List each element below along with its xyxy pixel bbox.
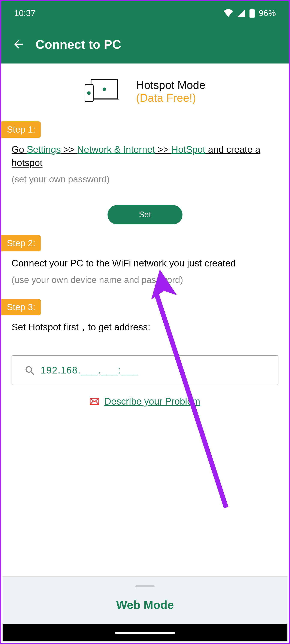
devices-icon <box>85 78 119 104</box>
describe-problem-link[interactable]: Describe your Problem <box>104 396 200 407</box>
step1-badge: Step 1: <box>1 122 41 138</box>
settings-link[interactable]: Settings <box>27 144 61 155</box>
sheet-handle-icon[interactable] <box>135 585 155 587</box>
svg-line-8 <box>31 371 34 374</box>
step3-text: Set Hotspot first，to get address: <box>11 320 279 334</box>
battery-icon <box>249 8 255 18</box>
back-icon[interactable] <box>12 38 25 51</box>
svg-rect-3 <box>90 99 119 100</box>
step1-hint: (set your own password) <box>11 173 279 186</box>
status-time: 10:37 <box>14 8 35 18</box>
step2-text: Connect your PC to the WiFi network you … <box>11 256 279 270</box>
search-icon <box>25 366 34 375</box>
annotation-arrow <box>149 265 239 510</box>
wifi-icon <box>224 9 233 17</box>
describe-problem-row: Describe your Problem <box>11 396 279 407</box>
svg-point-6 <box>87 92 91 95</box>
step2-hint: (use your own device name and password) <box>11 274 279 286</box>
mail-icon <box>90 398 99 405</box>
bottom-sheet[interactable]: Web Mode <box>2 576 288 624</box>
mode-header: Hotspot Mode (Data Free!) <box>11 64 279 122</box>
ip-address-box[interactable]: 192.168.___.___:___ <box>11 355 279 385</box>
mode-subtitle: (Data Free!) <box>136 92 205 104</box>
step3-badge: Step 3: <box>1 299 41 315</box>
svg-rect-1 <box>251 8 253 10</box>
mode-title: Hotspot Mode <box>136 78 205 92</box>
gesture-pill-icon[interactable] <box>115 632 175 634</box>
nav-bar <box>2 624 288 642</box>
app-bar: Connect to PC <box>1 25 289 64</box>
set-button[interactable]: Set <box>108 205 182 224</box>
svg-rect-0 <box>250 10 255 18</box>
signal-icon <box>237 9 245 17</box>
web-mode-button[interactable]: Web Mode <box>2 598 288 612</box>
step1-instruction[interactable]: Go Settings >> Network & Internet >> Hot… <box>11 144 261 168</box>
battery-percent: 96% <box>259 8 276 18</box>
step2-badge: Step 2: <box>1 235 41 252</box>
page-title: Connect to PC <box>35 37 121 52</box>
network-link[interactable]: Network & Internet <box>77 144 155 155</box>
status-bar: 10:37 96% <box>1 1 289 25</box>
hotspot-link[interactable]: HotSpot <box>171 144 205 155</box>
svg-point-4 <box>103 88 106 91</box>
ip-value: 192.168.___.___:___ <box>41 365 138 376</box>
